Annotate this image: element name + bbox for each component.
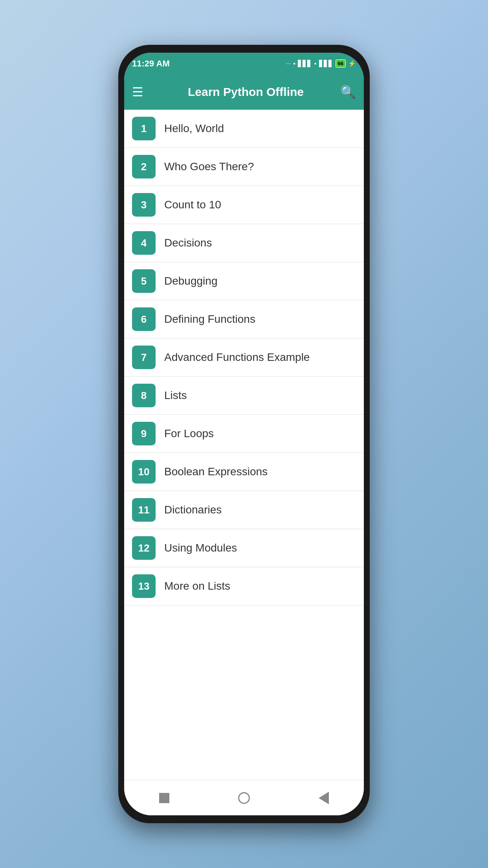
square-icon — [159, 793, 169, 803]
recent-apps-button[interactable] — [154, 788, 174, 808]
lesson-badge: 3 — [132, 193, 156, 217]
back-button[interactable] — [314, 788, 334, 808]
lesson-list: 1Hello, World2Who Goes There?3Count to 1… — [124, 110, 364, 780]
list-item[interactable]: 7Advanced Functions Example — [124, 338, 364, 377]
lesson-badge: 1 — [132, 117, 156, 140]
signal2-icon: ▋▋▋ — [319, 60, 333, 67]
status-bar: 11:29 AM ··· ▪ ▋▋▋ ▪ ▋▋▋ 66 ⚡ — [124, 53, 364, 74]
lesson-badge: 9 — [132, 422, 156, 445]
phone-inner: 11:29 AM ··· ▪ ▋▋▋ ▪ ▋▋▋ 66 ⚡ ☰ Learn Py… — [124, 53, 364, 815]
lesson-label: Boolean Expressions — [164, 465, 268, 478]
bottom-nav — [124, 780, 364, 815]
home-button[interactable] — [234, 788, 254, 808]
lesson-label: Using Modules — [164, 542, 237, 554]
lesson-badge: 6 — [132, 307, 156, 331]
sim1-icon: ▪ — [293, 60, 295, 67]
status-icons: ··· ▪ ▋▋▋ ▪ ▋▋▋ 66 ⚡ — [286, 59, 356, 68]
list-item[interactable]: 13More on Lists — [124, 567, 364, 605]
list-item[interactable]: 8Lists — [124, 377, 364, 415]
lesson-label: For Loops — [164, 427, 214, 440]
lesson-label: Decisions — [164, 237, 212, 249]
sim2-icon: ▪ — [314, 60, 317, 67]
back-icon — [319, 792, 329, 804]
lesson-label: Who Goes There? — [164, 160, 254, 173]
lesson-badge: 12 — [132, 536, 156, 560]
app-title: Learn Python Offline — [151, 85, 340, 99]
charging-icon: ⚡ — [348, 60, 356, 67]
list-item[interactable]: 11Dictionaries — [124, 491, 364, 529]
list-item[interactable]: 12Using Modules — [124, 529, 364, 567]
lesson-label: Lists — [164, 389, 187, 402]
lesson-badge: 5 — [132, 269, 156, 293]
lesson-label: Advanced Functions Example — [164, 351, 310, 364]
lesson-badge: 4 — [132, 231, 156, 255]
status-time: 11:29 AM — [132, 59, 170, 69]
search-icon[interactable]: 🔍 — [340, 85, 356, 99]
list-item[interactable]: 4Decisions — [124, 224, 364, 262]
lesson-label: Dictionaries — [164, 504, 222, 516]
list-item[interactable]: 6Defining Functions — [124, 300, 364, 338]
list-item[interactable]: 2Who Goes There? — [124, 148, 364, 186]
lesson-label: Debugging — [164, 275, 217, 287]
lesson-badge: 11 — [132, 498, 156, 522]
menu-icon[interactable]: ☰ — [132, 85, 143, 99]
dots-icon: ··· — [286, 60, 291, 67]
lesson-badge: 7 — [132, 346, 156, 369]
circle-icon — [238, 792, 250, 804]
lesson-label: Hello, World — [164, 122, 224, 135]
list-item[interactable]: 10Boolean Expressions — [124, 453, 364, 491]
lesson-badge: 2 — [132, 155, 156, 178]
list-item[interactable]: 9For Loops — [124, 415, 364, 453]
lesson-label: Count to 10 — [164, 199, 221, 211]
lesson-badge: 10 — [132, 460, 156, 484]
phone-device: 11:29 AM ··· ▪ ▋▋▋ ▪ ▋▋▋ 66 ⚡ ☰ Learn Py… — [118, 45, 370, 823]
lesson-label: More on Lists — [164, 580, 230, 592]
lesson-label: Defining Functions — [164, 313, 255, 326]
app-bar: ☰ Learn Python Offline 🔍 — [124, 74, 364, 110]
battery-icon: 66 — [336, 59, 346, 68]
list-item[interactable]: 1Hello, World — [124, 110, 364, 148]
signal1-icon: ▋▋▋ — [298, 60, 312, 67]
list-item[interactable]: 3Count to 10 — [124, 186, 364, 224]
list-item[interactable]: 5Debugging — [124, 262, 364, 300]
lesson-badge: 8 — [132, 384, 156, 407]
lesson-badge: 13 — [132, 574, 156, 598]
screen: 11:29 AM ··· ▪ ▋▋▋ ▪ ▋▋▋ 66 ⚡ ☰ Learn Py… — [124, 53, 364, 815]
